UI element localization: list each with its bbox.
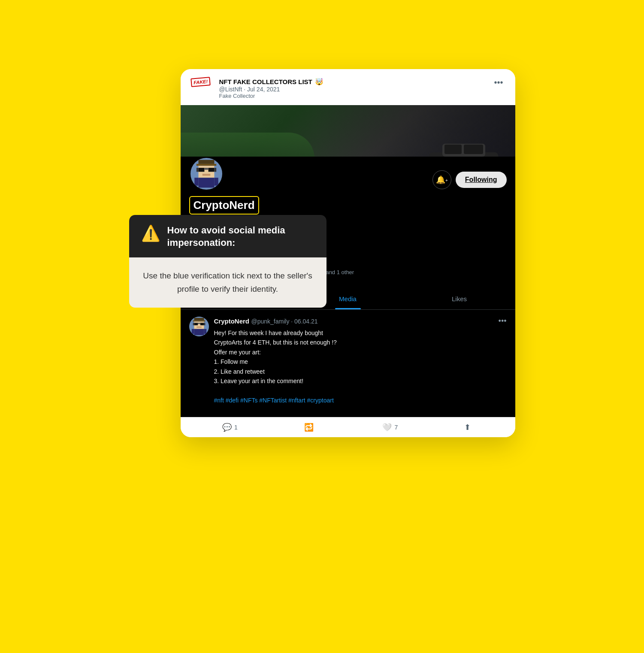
profile-avatar-row: 🔔 + Following: [189, 157, 507, 191]
tweet-handle-date: @ListNft · Jul 24, 2021: [219, 86, 487, 93]
svg-rect-19: [202, 174, 210, 176]
reply-icon: 💬: [222, 423, 232, 432]
tweet-more-button[interactable]: •••: [492, 78, 505, 88]
warning-icon: ⚠️: [141, 224, 160, 242]
inner-tweet-handle-date: @punk_family · 06.04.21: [251, 318, 317, 325]
share-icon: ⬆: [464, 423, 471, 432]
svg-rect-12: [196, 164, 216, 166]
svg-rect-21: [194, 178, 198, 186]
tweet-content-area: CryptoNerd @punk_family · 06.04.21 ••• H…: [181, 310, 515, 417]
like-icon: 🤍: [382, 423, 392, 432]
inner-tweet-username: CryptoNerd: [214, 317, 250, 325]
profile-avatar: [189, 157, 224, 191]
svg-rect-35: [204, 329, 206, 334]
svg-rect-3: [464, 145, 483, 154]
warning-body: Use the blue verification tick next to t…: [129, 257, 327, 308]
reply-action[interactable]: 💬 1: [222, 423, 238, 432]
tweet-actions: 💬 1 🔁 🤍 7 ⬆: [181, 417, 515, 437]
svg-rect-34: [191, 329, 194, 334]
inner-tweet-user-info: CryptoNerd @punk_family · 06.04.21: [214, 317, 318, 325]
bell-icon: 🔔: [436, 175, 445, 184]
reply-count: 1: [234, 424, 238, 431]
svg-rect-27: [194, 323, 198, 325]
inner-tweet: CryptoNerd @punk_family · 06.04.21 ••• H…: [189, 317, 507, 410]
inner-avatar: [189, 317, 209, 336]
tweet-sub-label: Fake Collector: [219, 93, 487, 99]
svg-rect-25: [193, 320, 205, 322]
like-count: 7: [394, 424, 398, 431]
retweet-action[interactable]: 🔁: [304, 423, 316, 432]
inner-tweet-body: CryptoNerd @punk_family · 06.04.21 ••• H…: [214, 317, 507, 410]
tweet-name: NFT FAKE COLLECTORS LIST: [219, 78, 312, 85]
svg-rect-16: [196, 168, 198, 172]
svg-rect-2: [444, 145, 462, 154]
svg-rect-15: [208, 168, 214, 172]
inner-pixel-avatar: [189, 317, 209, 336]
following-button[interactable]: Following: [456, 172, 507, 188]
svg-rect-22: [214, 178, 218, 186]
svg-rect-32: [197, 326, 202, 328]
inner-tweet-more[interactable]: •••: [499, 317, 507, 326]
share-action[interactable]: ⬆: [464, 423, 473, 432]
svg-rect-28: [200, 323, 204, 325]
svg-rect-18: [204, 168, 208, 170]
fake-stamp: FAKE!: [190, 77, 211, 87]
svg-rect-30: [204, 323, 205, 325]
fake-badge-avatar: FAKE!: [191, 78, 213, 100]
tweet-header-info: NFT FAKE COLLECTORS LIST 🤯 @ListNft · Ju…: [219, 78, 487, 99]
tweet-date: Jul 24, 2021: [247, 86, 280, 93]
scene: FAKE! NFT FAKE COLLECTORS LIST 🤯 @ListNf…: [129, 43, 515, 610]
warning-title: How to avoid social media impersonation:: [167, 224, 314, 249]
tweet-hashtags[interactable]: #nft #defi #NFTs #NFTartist #nftart #cry…: [214, 397, 334, 404]
svg-rect-20: [198, 178, 214, 187]
tab-likes[interactable]: Likes: [404, 288, 515, 309]
warning-header: ⚠️ How to avoid social media impersonati…: [129, 215, 327, 257]
warning-text: Use the blue verification tick next to t…: [143, 269, 313, 296]
svg-rect-24: [194, 318, 204, 320]
tweet-header: FAKE! NFT FAKE COLLECTORS LIST 🤯 @ListNf…: [181, 69, 515, 100]
svg-rect-17: [214, 168, 216, 172]
svg-rect-33: [194, 329, 204, 335]
warning-tooltip: ⚠️ How to avoid social media impersonati…: [129, 215, 327, 308]
pixel-avatar-svg: [190, 158, 222, 190]
svg-rect-11: [198, 160, 214, 164]
profile-name-box: CryptoNerd: [189, 196, 259, 215]
profile-actions: 🔔 + Following: [432, 170, 507, 191]
svg-rect-14: [198, 168, 204, 172]
svg-rect-29: [193, 323, 194, 325]
notification-bell-button[interactable]: 🔔 +: [432, 170, 451, 189]
tweet-emoji: 🤯: [315, 78, 324, 86]
inner-tweet-header: CryptoNerd @punk_family · 06.04.21 •••: [214, 317, 507, 326]
inner-tweet-text: Hey! For this week I have already bought…: [214, 328, 507, 405]
retweet-icon: 🔁: [304, 423, 314, 432]
tweet-handle: @ListNft: [219, 86, 242, 93]
profile-name: CryptoNerd: [194, 199, 255, 212]
svg-rect-31: [198, 323, 200, 324]
like-action[interactable]: 🤍 7: [382, 423, 398, 432]
tweet-username: NFT FAKE COLLECTORS LIST 🤯: [219, 78, 487, 86]
